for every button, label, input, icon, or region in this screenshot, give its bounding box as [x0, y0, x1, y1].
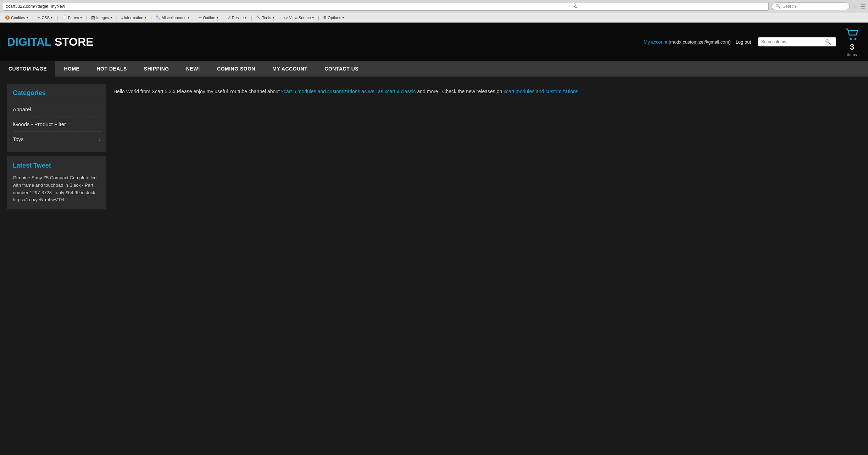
nav-item-coming-soon[interactable]: COMING SOON — [208, 61, 264, 77]
cookies-icon: 🍪 — [5, 15, 10, 20]
content-middle-text: and more.. Check the new releases on — [416, 89, 503, 94]
cart-count: 3 — [850, 43, 854, 52]
account-area: My account (modx.customize@gmail.com) Lo… — [644, 39, 751, 45]
categories-title: Categories — [13, 89, 101, 97]
nav-item-hot-deals[interactable]: HOT DEALS — [88, 61, 135, 77]
chevron-right-icon: › — [99, 136, 101, 142]
nav-item-my-account[interactable]: MY ACCOUNT — [264, 61, 316, 77]
cart-icon-wrapper[interactable] — [843, 27, 861, 42]
resize-icon: ⤢ — [228, 15, 231, 20]
categories-box: Categories Apparel iGoods - Product Filt… — [7, 84, 106, 152]
outline-icon: ✏ — [199, 15, 202, 20]
category-toys[interactable]: Toys › — [13, 131, 101, 146]
refresh-button[interactable]: ↻ — [386, 4, 766, 9]
svg-point-0 — [850, 38, 852, 40]
url-text: xcart5322.com/?target=myNew — [6, 4, 386, 9]
my-account-link[interactable]: My account — [644, 39, 667, 45]
latest-tweet-box: Latest Tweet Genuine Sony Z5 Compact Com… — [7, 156, 106, 209]
nav-item-shipping[interactable]: SHIPPING — [135, 61, 178, 77]
browser-top-bar: xcart5322.com/?target=myNew ↻ 🔍 Search ☆… — [0, 0, 868, 13]
browser-menu-icon[interactable]: ☰ — [860, 3, 865, 10]
main-nav: CUSTOM PAGE HOME HOT DEALS SHIPPING NEW!… — [0, 61, 868, 77]
content-link-2[interactable]: xcart modules and customizations — [503, 89, 578, 94]
main-content: Categories Apparel iGoods - Product Filt… — [0, 77, 868, 289]
nav-item-new[interactable]: NEW! — [178, 61, 208, 77]
search-area: 🔍 — [758, 37, 836, 46]
latest-tweet-title: Latest Tweet — [13, 162, 101, 169]
dev-tool-outline[interactable]: ✏ Outline ▾ — [196, 15, 221, 21]
css-icon: ✂ — [37, 15, 40, 20]
forms-icon: 📄 — [62, 15, 67, 20]
cart-area[interactable]: 3 items — [843, 27, 861, 57]
nav-item-home[interactable]: HOME — [55, 61, 88, 77]
content-intro-text: Hello World from Xcart 5.3.x Please enjo… — [113, 89, 281, 94]
dev-tool-information[interactable]: ℹ Information ▾ — [119, 15, 149, 21]
category-igoods-label: iGoods - Product Filter — [13, 121, 66, 127]
browser-search-icon: 🔍 — [775, 4, 781, 9]
information-icon: ℹ — [121, 15, 123, 20]
dev-tool-view-source[interactable]: <> View Source ▾ — [281, 15, 316, 21]
search-input[interactable] — [761, 39, 825, 44]
options-icon: ⚙ — [323, 15, 327, 20]
category-apparel-label: Apparel — [13, 106, 31, 112]
miscellaneous-icon: 🔧 — [156, 15, 161, 20]
bookmark-icon[interactable]: ☆ — [852, 3, 857, 10]
tools-icon: 🔨 — [256, 15, 261, 20]
dev-tool-miscellaneous[interactable]: 🔧 Miscellaneous ▾ — [154, 15, 192, 21]
account-top-row: My account (modx.customize@gmail.com) Lo… — [644, 39, 751, 45]
logo-digital: DIGITAL — [7, 35, 51, 48]
content-paragraph: Hello World from Xcart 5.3.x Please enjo… — [113, 87, 861, 96]
site-wrapper: DIGITAL STORE My account (modx.customize… — [0, 23, 868, 289]
content-link-1[interactable]: xcart 5 modules and customizations as we… — [281, 89, 416, 94]
view-source-icon: <> — [283, 16, 288, 20]
content-area: Hello World from Xcart 5.3.x Please enjo… — [113, 84, 861, 282]
dev-toolbar: 🍪 Cookies ▾ | ✂ CSS ▾ | 📄 Forms ▾ | 🖼 Im… — [0, 13, 868, 22]
browser-search-placeholder: Search — [783, 4, 796, 9]
category-igoods[interactable]: iGoods - Product Filter — [13, 117, 101, 131]
site-logo[interactable]: DIGITAL STORE — [7, 35, 94, 49]
sidebar: Categories Apparel iGoods - Product Filt… — [7, 84, 106, 282]
browser-chrome: xcart5322.com/?target=myNew ↻ 🔍 Search ☆… — [0, 0, 868, 23]
nav-item-contact-us[interactable]: CONTACT US — [316, 61, 367, 77]
address-bar[interactable]: xcart5322.com/?target=myNew ↻ — [3, 2, 769, 11]
search-box[interactable]: 🔍 — [758, 37, 836, 46]
tweet-text: Genuine Sony Z5 Compact Complete lcd wit… — [13, 174, 101, 204]
images-icon: 🖼 — [91, 16, 95, 20]
dev-tool-images[interactable]: 🖼 Images ▾ — [89, 15, 114, 21]
cart-items-label: items — [847, 52, 857, 57]
dev-tool-css[interactable]: ✂ CSS ▾ — [35, 15, 55, 21]
browser-search-bar[interactable]: 🔍 Search — [772, 2, 850, 10]
dev-tool-forms[interactable]: 📄 Forms ▾ — [60, 15, 84, 21]
dev-tool-options[interactable]: ⚙ Options ▾ — [321, 15, 346, 21]
cart-icon — [845, 28, 859, 41]
logo-store: STORE — [51, 35, 94, 48]
category-toys-label: Toys — [13, 136, 24, 142]
category-apparel[interactable]: Apparel — [13, 102, 101, 117]
dev-tool-tools[interactable]: 🔨 Tools ▾ — [254, 15, 277, 21]
dev-tool-resize[interactable]: ⤢ Resize ▾ — [226, 15, 249, 21]
account-email: (modx.customize@gmail.com) — [669, 39, 731, 45]
logout-link[interactable]: Log out — [736, 39, 751, 45]
header-right: My account (modx.customize@gmail.com) Lo… — [644, 27, 861, 57]
svg-point-1 — [855, 38, 857, 40]
dev-tool-cookies[interactable]: 🍪 Cookies ▾ — [3, 15, 30, 21]
search-submit-icon[interactable]: 🔍 — [825, 39, 831, 45]
site-header: DIGITAL STORE My account (modx.customize… — [0, 23, 868, 61]
nav-item-custom-page[interactable]: CUSTOM PAGE — [0, 61, 55, 77]
